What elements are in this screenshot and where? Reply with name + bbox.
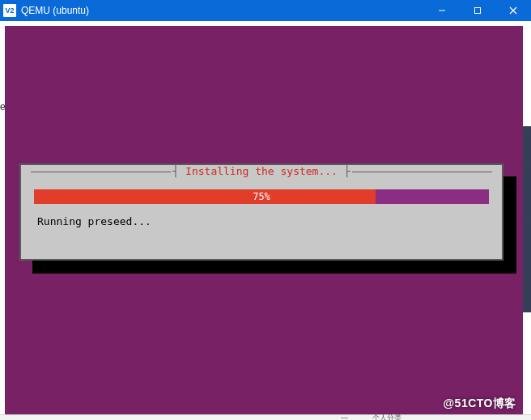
maximize-icon <box>474 6 482 15</box>
vm-framebuffer[interactable]: ┤ Installing the system... ├ 75% Running… <box>5 26 523 414</box>
svg-rect-1 <box>475 8 481 14</box>
legend-pipe-left: ┤ <box>171 166 181 176</box>
bottom-chrome-fragment: 个人分类 <box>372 413 401 421</box>
close-button[interactable] <box>495 0 531 21</box>
installer-status-text: Running preseed... <box>37 215 151 227</box>
bottom-chrome-fragment: — <box>341 414 348 420</box>
legend-pipe-right: ├ <box>342 166 352 176</box>
dialog-legend-text: Installing the system... <box>181 166 342 176</box>
progress-bar: 75% <box>34 189 489 204</box>
progress-bar-label: 75% <box>34 189 489 204</box>
close-icon <box>509 6 517 15</box>
minimize-icon <box>438 6 446 15</box>
dialog-legend: ┤ Installing the system... ├ <box>31 172 492 172</box>
installer-dialog: ┤ Installing the system... ├ 75% Running… <box>19 163 503 261</box>
maximize-button[interactable] <box>460 0 495 21</box>
image-watermark: @51CTO博客 <box>443 397 516 411</box>
vnc-app-icon: V2 <box>3 4 16 17</box>
window-title: QEMU (ubuntu) <box>21 5 89 16</box>
cropped-bottom-chrome: — 个人分类 <box>0 414 531 420</box>
page-right-gutter <box>523 21 531 418</box>
minimize-button[interactable] <box>424 0 460 21</box>
window-titlebar: V2 QEMU (ubuntu) <box>0 0 531 21</box>
